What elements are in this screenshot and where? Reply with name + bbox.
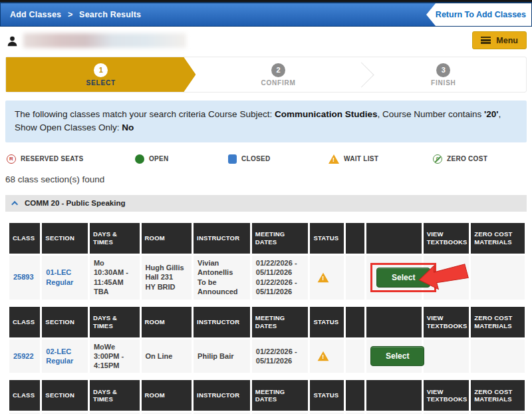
legend-reserved-label: RESERVED SEATS — [21, 155, 83, 162]
step-select-label: SELECT — [86, 79, 116, 87]
col-days-times: DAYS & TIMES — [90, 223, 140, 254]
col-days-times: DAYS & TIMES — [90, 380, 140, 411]
course-group-header[interactable]: COMM 20 - Public Speaking — [5, 195, 527, 212]
col-select — [366, 307, 422, 337]
course-group-title: COMM 20 - Public Speaking — [25, 199, 125, 207]
select-button-25893[interactable]: Select — [376, 268, 430, 288]
col-select — [366, 223, 422, 254]
col-meeting-dates: MEETING DATES — [252, 307, 309, 337]
wait-list-icon — [318, 351, 329, 361]
step-finish-label: FINISH — [431, 79, 456, 87]
instructor-cell: Vivian Antonellis To be Announced — [194, 256, 250, 300]
col-blank-1 — [346, 307, 364, 337]
zero-cost-cell — [471, 256, 525, 300]
legend-wait-list: WAIT LIST — [329, 154, 433, 164]
step-select: 1 SELECT — [6, 57, 196, 92]
col-meeting-dates: MEETING DATES — [252, 223, 309, 254]
room-cell: Hugh Gillis Hall 231 HY BRID — [142, 256, 192, 300]
open-icon — [135, 154, 144, 164]
step-confirm-number: 2 — [271, 63, 285, 77]
chevron-up-icon — [11, 200, 18, 207]
class-section-table-2: CLASS SECTION DAYS & TIMES ROOM INSTRUCT… — [7, 305, 527, 375]
col-section: SECTION — [42, 380, 88, 411]
status-legend: R RESERVED SEATS OPEN CLOSED WAIT LIST 0… — [7, 152, 527, 166]
col-meeting-dates: MEETING DATES — [252, 380, 309, 411]
legend-zero-cost-label: ZERO COST — [447, 155, 487, 162]
legend-zero-cost: 0 ZERO COST — [433, 154, 487, 164]
class-section-table-3: CLASS SECTION DAYS & TIMES ROOM INSTRUCT… — [7, 378, 527, 414]
legend-open-label: OPEN — [149, 155, 169, 162]
col-zero-cost-materials: ZERO COST MATERIALS — [471, 223, 525, 254]
progress-steps: 1 SELECT 2 CONFIRM 3 FINISH — [5, 57, 527, 93]
menu-button-label: Menu — [496, 36, 518, 45]
legend-wait-list-label: WAIT LIST — [344, 155, 378, 162]
col-status: STATUS — [310, 307, 343, 337]
instructor-cell: Philip Bair — [194, 339, 250, 373]
step-confirm-label: CONFIRM — [261, 79, 295, 87]
annotation-highlight-box: Select — [370, 263, 436, 292]
legend-closed-label: CLOSED — [241, 155, 270, 162]
table-header-row: CLASS SECTION DAYS & TIMES ROOM INSTRUCT… — [9, 223, 525, 254]
days-times-cell: Mo 10:30AM - 11:45AM TBA — [90, 256, 140, 300]
step-finish: 3 FINISH — [361, 57, 526, 92]
col-class: CLASS — [9, 380, 40, 411]
return-notch: Return To Add Classes — [426, 3, 531, 26]
col-zero-cost-materials: ZERO COST MATERIALS — [471, 307, 525, 337]
class-section-table-1: CLASS SECTION DAYS & TIMES ROOM INSTRUCT… — [7, 221, 527, 302]
col-room: ROOM — [142, 380, 192, 411]
zero-cost-cell — [471, 339, 525, 373]
wait-list-icon — [329, 154, 339, 164]
status-cell — [310, 339, 343, 373]
table-header-row: CLASS SECTION DAYS & TIMES ROOM INSTRUCT… — [9, 380, 525, 411]
section-link[interactable]: 02-LEC Regular — [42, 339, 88, 373]
col-view-textbooks: VIEW TEXTBOOKS — [424, 307, 469, 337]
class-number-link[interactable]: 25893 — [9, 256, 40, 300]
col-blank-1 — [346, 380, 364, 411]
col-select — [366, 380, 422, 411]
step-select-number: 1 — [94, 63, 108, 77]
legend-reserved-seats: R RESERVED SEATS — [7, 154, 135, 164]
hamburger-icon — [481, 37, 491, 44]
select-button-25922[interactable]: Select — [370, 346, 424, 366]
breadcrumb-add-classes[interactable]: Add Classes — [10, 10, 61, 19]
days-times-cell: MoWe 3:00PM - 4:15PM — [90, 339, 140, 373]
table-header-row: CLASS SECTION DAYS & TIMES ROOM INSTRUCT… — [9, 307, 525, 337]
section-link[interactable]: 01-LEC Regular — [42, 256, 88, 300]
col-instructor: INSTRUCTOR — [194, 380, 250, 411]
zero-cost-icon: 0 — [433, 154, 442, 164]
criteria-number: '20' — [484, 109, 498, 119]
wait-list-icon — [318, 272, 329, 282]
col-instructor: INSTRUCTOR — [194, 223, 250, 254]
col-instructor: INSTRUCTOR — [194, 307, 250, 337]
meeting-dates-cell: 01/22/2026 - 05/11/2026 — [252, 339, 309, 373]
meeting-dates-cell: 01/22/2026 - 05/11/2026 01/22/2026 - 05/… — [252, 256, 309, 300]
col-room: ROOM — [142, 307, 192, 337]
view-textbooks-cell — [424, 339, 469, 373]
col-class: CLASS — [9, 307, 40, 337]
class-row-25893: 25893 01-LEC Regular Mo 10:30AM - 11:45A… — [9, 256, 525, 300]
return-to-add-classes-link[interactable]: Return To Add Classes — [436, 10, 531, 19]
search-criteria-message: The following classes match your search … — [5, 101, 527, 142]
blank-cell — [346, 339, 364, 373]
legend-closed: CLOSED — [228, 154, 329, 164]
col-view-textbooks: VIEW TEXTBOOKS — [424, 223, 469, 254]
col-section: SECTION — [42, 223, 88, 254]
criteria-open-only: No — [122, 122, 134, 132]
status-cell — [310, 256, 343, 300]
col-zero-cost-materials: ZERO COST MATERIALS — [471, 380, 525, 411]
class-number-link[interactable]: 25922 — [9, 339, 40, 373]
col-status: STATUS — [310, 223, 343, 254]
select-cell: Select — [366, 256, 422, 300]
menu-button[interactable]: Menu — [472, 31, 527, 49]
breadcrumb: Add Classes > Search Results — [1, 10, 145, 19]
step-confirm: 2 CONFIRM — [196, 57, 360, 92]
class-row-25922: 25922 02-LEC Regular MoWe 3:00PM - 4:15P… — [9, 339, 525, 373]
criteria-mid1: , Course Number contains — [377, 109, 484, 119]
col-blank-1 — [346, 223, 364, 254]
blank-cell — [346, 256, 364, 300]
col-days-times: DAYS & TIMES — [90, 307, 140, 337]
criteria-subject: Communication Studies — [275, 109, 378, 119]
col-status: STATUS — [310, 380, 343, 411]
room-cell: On Line — [142, 339, 192, 373]
col-view-textbooks: VIEW TEXTBOOKS — [424, 380, 469, 411]
